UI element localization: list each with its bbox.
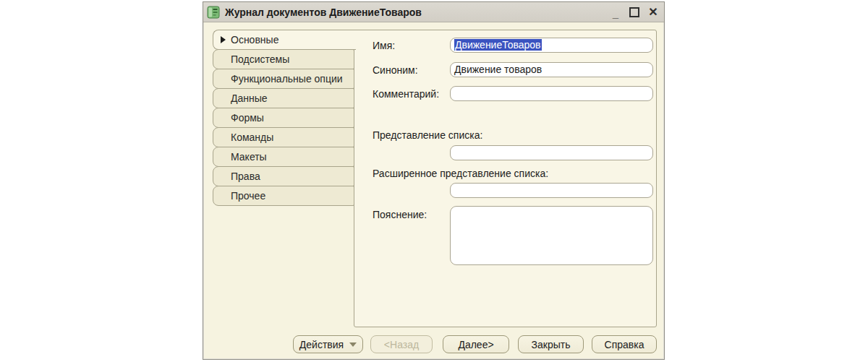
tab-label: Команды bbox=[231, 132, 273, 143]
tab-makety[interactable]: Макеты bbox=[213, 147, 354, 167]
tab-label: Права bbox=[231, 171, 260, 182]
back-button-label: <Назад bbox=[384, 339, 419, 350]
journal-document-icon bbox=[207, 6, 220, 19]
tab-komandy[interactable]: Команды bbox=[213, 127, 354, 147]
tab-label: Функциональные опции bbox=[231, 73, 343, 85]
tab-formy[interactable]: Формы bbox=[213, 108, 354, 128]
dropdown-arrow-icon bbox=[349, 342, 357, 347]
window-title: Журнал документов ДвижениеТоваров bbox=[225, 7, 610, 18]
extended-list-presentation-input[interactable] bbox=[450, 183, 653, 198]
next-button[interactable]: Далее> bbox=[443, 335, 509, 353]
window-controls: _ ✕ bbox=[610, 7, 658, 18]
synonym-label: Синоним: bbox=[373, 64, 418, 76]
actions-button[interactable]: Действия bbox=[293, 335, 363, 353]
tab-osnovnye[interactable]: Основные bbox=[213, 30, 356, 50]
tab-dannye[interactable]: Данные bbox=[213, 88, 354, 108]
comment-label: Комментарий: bbox=[373, 88, 439, 100]
close-button[interactable]: ✕ bbox=[648, 7, 658, 18]
titlebar: Журнал документов ДвижениеТоваров _ ✕ bbox=[203, 2, 664, 22]
active-tab-arrow-icon bbox=[221, 36, 226, 43]
back-button[interactable]: <Назад bbox=[370, 335, 433, 353]
properties-panel: Имя: ДвижениеТоваров Синоним: Движение т… bbox=[354, 30, 657, 327]
journal-properties-window: Журнал документов ДвижениеТоваров _ ✕ Ос… bbox=[203, 1, 665, 360]
close-dialog-button[interactable]: Закрыть bbox=[518, 335, 584, 353]
name-input-selected-text: ДвижениеТоваров bbox=[454, 39, 542, 51]
actions-button-label: Действия bbox=[299, 339, 344, 350]
explanation-label: Пояснение: bbox=[373, 209, 427, 220]
comment-input[interactable] bbox=[450, 86, 653, 101]
next-button-label: Далее> bbox=[458, 339, 493, 350]
tab-label: Подсистемы bbox=[231, 53, 289, 65]
tab-podsistemy[interactable]: Подсистемы bbox=[213, 49, 354, 69]
tab-label: Формы bbox=[231, 112, 264, 124]
name-input[interactable]: ДвижениеТоваров bbox=[450, 38, 653, 53]
explanation-textarea[interactable] bbox=[450, 206, 653, 265]
tab-label: Прочее bbox=[231, 190, 265, 202]
tab-label: Основные bbox=[231, 34, 278, 46]
tab-label: Данные bbox=[231, 92, 268, 104]
maximize-icon bbox=[629, 7, 639, 17]
help-button-label: Справка bbox=[605, 339, 644, 350]
tab-funkcionalnye-opcii[interactable]: Функциональные опции bbox=[213, 69, 354, 89]
list-presentation-label: Представление списка: bbox=[373, 129, 482, 141]
tab-label: Макеты bbox=[231, 151, 267, 163]
maximize-button[interactable] bbox=[629, 7, 639, 18]
extended-list-presentation-label: Расширенное представление списка: bbox=[373, 168, 548, 179]
synonym-input[interactable]: Движение товаров bbox=[450, 62, 653, 77]
name-label: Имя: bbox=[373, 40, 395, 51]
minimize-button[interactable]: _ bbox=[610, 7, 621, 18]
tab-prava[interactable]: Права bbox=[213, 166, 354, 186]
close-dialog-button-label: Закрыть bbox=[532, 339, 571, 350]
list-presentation-input[interactable] bbox=[450, 145, 653, 160]
tab-prochee[interactable]: Прочее bbox=[213, 186, 354, 206]
help-button[interactable]: Справка bbox=[592, 335, 657, 353]
